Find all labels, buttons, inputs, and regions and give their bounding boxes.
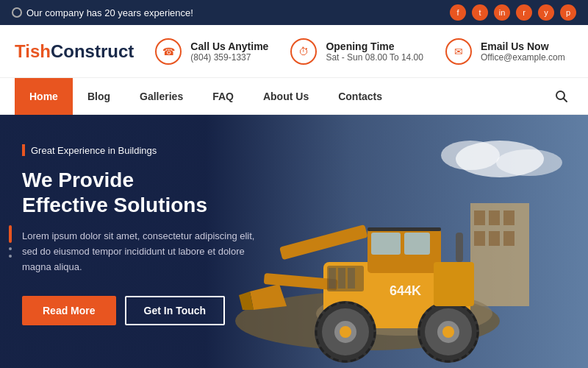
contact-email-text: Email Us Now Office@example.com (481, 40, 565, 63)
dot-2[interactable] (9, 247, 12, 250)
phone-icon: ☎ (155, 38, 182, 65)
svg-rect-24 (329, 268, 336, 289)
contact-email-sub: Office@example.com (481, 52, 565, 63)
logo-part1: Tish (15, 41, 51, 61)
hero-tag: Great Experience in Buildings (22, 144, 272, 156)
svg-point-3 (441, 141, 500, 170)
social-rss[interactable]: r (516, 4, 532, 21)
hero-title-line2: Effective Solutions (22, 194, 207, 216)
contact-phone-title: Call Us Anytime (190, 40, 268, 52)
social-facebook[interactable]: f (450, 4, 466, 21)
nav-about[interactable]: About Us (248, 78, 323, 115)
social-pinterest[interactable]: p (560, 4, 576, 21)
svg-point-36 (340, 326, 351, 338)
contact-hours-sub: Sat - Sun 08.00 To 14.00 (326, 52, 423, 63)
hero-title: We Provide Effective Solutions (22, 168, 272, 217)
contact-items: ☎ Call Us Anytime (804) 359-1337 ⏱ Openi… (147, 38, 573, 65)
svg-rect-7 (489, 210, 500, 225)
contact-hours-text: Opening Time Sat - Sun 08.00 To 14.00 (326, 40, 423, 63)
svg-rect-11 (503, 231, 514, 246)
search-button[interactable] (550, 85, 573, 108)
contact-hours-title: Opening Time (326, 40, 423, 52)
info-icon (12, 7, 22, 18)
clock-icon: ⏱ (290, 38, 317, 65)
contact-bar: TishConstruct ☎ Call Us Anytime (804) 35… (0, 25, 588, 78)
svg-rect-9 (474, 231, 485, 246)
top-bar: Our company has 20 years experience! f t… (0, 0, 588, 25)
svg-rect-39 (456, 233, 463, 262)
contact-hours: ⏱ Opening Time Sat - Sun 08.00 To 14.00 (290, 38, 423, 65)
navbar: Home Blog Galleries FAQ About Us Contact… (0, 78, 588, 115)
contact-phone: ☎ Call Us Anytime (804) 359-1337 (155, 38, 268, 65)
top-bar-message: Our company has 20 years experience! (26, 7, 193, 18)
logo: TishConstruct (15, 41, 147, 62)
nav-galleries[interactable]: Galleries (125, 78, 198, 115)
email-icon: ✉ (445, 38, 472, 65)
social-instagram[interactable]: in (494, 4, 510, 21)
svg-line-1 (564, 98, 567, 102)
hero-section: 644K Great Experience i (0, 115, 588, 368)
contact-phone-sub: (804) 359-1337 (190, 52, 268, 63)
svg-rect-17 (404, 233, 430, 255)
hero-tag-text: Great Experience in Buildings (31, 145, 157, 156)
svg-rect-18 (368, 227, 441, 231)
svg-point-37 (442, 326, 454, 338)
contact-email-title: Email Us Now (481, 40, 565, 52)
nav-items: Home Blog Galleries FAQ About Us Contact… (15, 78, 550, 115)
svg-point-4 (496, 149, 562, 176)
contact-email: ✉ Email Us Now Office@example.com (445, 38, 565, 65)
nav-home[interactable]: Home (15, 78, 73, 115)
svg-text:644K: 644K (390, 283, 421, 298)
svg-rect-26 (348, 268, 355, 289)
hero-tag-bar (22, 144, 25, 156)
nav-faq[interactable]: FAQ (198, 78, 248, 115)
svg-rect-8 (503, 210, 514, 225)
hero-content: Great Experience in Buildings We Provide… (0, 115, 294, 355)
hero-dots (9, 225, 12, 258)
social-youtube[interactable]: y (538, 4, 554, 21)
read-more-button[interactable]: Read More (22, 296, 116, 325)
svg-rect-10 (489, 231, 500, 246)
social-twitter[interactable]: t (472, 4, 488, 21)
social-icons: f t in r y p (450, 4, 576, 21)
get-in-touch-button[interactable]: Get In Touch (125, 296, 226, 325)
hero-description: Lorem ipsum dolor sit amet, consectetur … (22, 229, 272, 275)
nav-contacts[interactable]: Contacts (323, 78, 397, 115)
svg-rect-25 (338, 268, 345, 289)
svg-rect-16 (371, 233, 401, 255)
svg-rect-6 (474, 210, 485, 225)
contact-phone-text: Call Us Anytime (804) 359-1337 (190, 40, 268, 63)
logo-part2: Construct (51, 41, 134, 61)
svg-rect-38 (434, 262, 474, 306)
dot-3[interactable] (9, 255, 12, 258)
hero-title-line1: We Provide (22, 169, 134, 191)
dot-1[interactable] (9, 225, 12, 243)
top-bar-message-area: Our company has 20 years experience! (12, 7, 193, 18)
nav-blog[interactable]: Blog (73, 78, 125, 115)
hero-buttons: Read More Get In Touch (22, 296, 272, 325)
